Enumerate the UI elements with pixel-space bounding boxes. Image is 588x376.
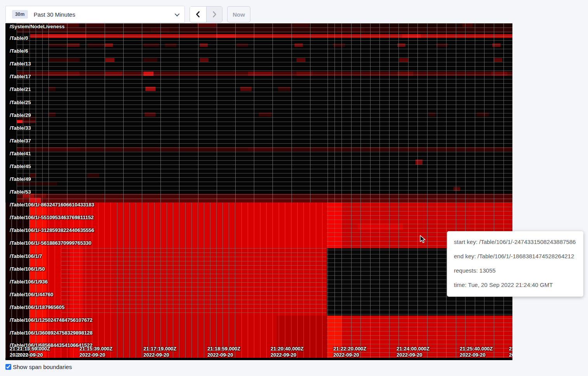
show-span-boundaries-checkbox[interactable] bbox=[5, 364, 11, 370]
heatmap-cell[interactable] bbox=[295, 43, 303, 47]
row-label: /Table/106/1/-561886370999765330 bbox=[10, 240, 91, 246]
heatmap-cell[interactable] bbox=[259, 112, 272, 117]
row-label: /Table/6 bbox=[10, 48, 28, 54]
heatmap-cell[interactable] bbox=[428, 112, 435, 117]
heatmap-cell[interactable] bbox=[48, 112, 55, 117]
time-range-label: Past 30 Minutes bbox=[34, 11, 76, 18]
row-label: /Table/37 bbox=[10, 138, 31, 144]
heatmap-cell[interactable] bbox=[240, 87, 252, 91]
heatmap-cell[interactable] bbox=[248, 147, 272, 151]
heatmap-cell[interactable] bbox=[87, 173, 99, 177]
row-label: /Table/106/1/3608924758329898128 bbox=[10, 330, 93, 336]
heatmap-cell[interactable] bbox=[477, 112, 489, 117]
heatmap-cell[interactable] bbox=[48, 58, 79, 62]
time-pager bbox=[190, 6, 222, 22]
heatmap-cell[interactable] bbox=[145, 87, 155, 91]
row-label: /Table/49 bbox=[10, 176, 31, 182]
heatmap-cell[interactable] bbox=[216, 34, 235, 38]
row-label: /Table/106/1/-8632471606610433183 bbox=[10, 202, 94, 208]
back-button[interactable] bbox=[190, 7, 207, 22]
x-axis-label: 21:15:39.000Z2022-09-20 bbox=[79, 346, 112, 358]
heatmap-cell[interactable] bbox=[17, 194, 512, 198]
heatmap-cell[interactable] bbox=[358, 223, 403, 230]
x-axis-label: 21:25:40.000Z2022-09-20 bbox=[460, 346, 493, 358]
heatmap-cell[interactable] bbox=[143, 58, 157, 62]
heatmap-cell[interactable] bbox=[86, 23, 104, 27]
heatmap-cell[interactable] bbox=[297, 72, 312, 76]
row-label: /Table/106/1/-5510953463769811152 bbox=[10, 215, 94, 220]
x-axis-label: 21:24:00.000Z2022-09-20 bbox=[397, 346, 429, 358]
row-label: /Table/33 bbox=[10, 125, 31, 131]
heatmap-cell[interactable] bbox=[416, 160, 422, 165]
heatmap-cell[interactable] bbox=[492, 43, 500, 47]
heatmap-cell[interactable] bbox=[165, 43, 176, 47]
cell-tooltip: start key: /Table/106/1/-247433150824388… bbox=[447, 231, 583, 297]
heatmap-cell[interactable] bbox=[17, 27, 512, 33]
heatmap-cell[interactable] bbox=[297, 58, 305, 62]
heatmap-cell[interactable] bbox=[61, 248, 327, 316]
heatmap-cell[interactable] bbox=[462, 23, 472, 27]
heatmap-cell[interactable] bbox=[34, 194, 46, 198]
row-label: /Table/106/1/187965605 bbox=[10, 304, 64, 310]
heatmap[interactable]: /System/NodeLiveness/Table/0/Table/6/Tab… bbox=[5, 23, 512, 360]
heatmap-cell[interactable] bbox=[436, 43, 448, 47]
heatmap-cell[interactable] bbox=[105, 43, 113, 47]
row-label: /Table/106/1/1250247484756107672 bbox=[10, 317, 93, 323]
heatmap-cell[interactable] bbox=[17, 182, 57, 185]
heatmap-cell[interactable] bbox=[236, 43, 248, 47]
row-label: /Table/45 bbox=[10, 163, 31, 169]
heatmap-cell[interactable] bbox=[333, 43, 345, 47]
heatmap-cell[interactable] bbox=[145, 112, 155, 117]
row-label: /Table/13 bbox=[10, 61, 31, 67]
tooltip-start-key: start key: /Table/106/1/-247433150824388… bbox=[454, 235, 577, 249]
heatmap-cell[interactable] bbox=[143, 72, 153, 76]
heatmap-cell[interactable] bbox=[17, 120, 22, 123]
heatmap-cell[interactable] bbox=[48, 34, 86, 38]
x-axis-label: 21:17:19.000Z2022-09-20 bbox=[143, 346, 176, 358]
heatmap-cell[interactable] bbox=[402, 34, 421, 38]
forward-button[interactable] bbox=[207, 7, 222, 22]
heatmap-cell[interactable] bbox=[278, 87, 290, 91]
row-label: /Table/41 bbox=[10, 151, 31, 156]
row-label: /Table/53 bbox=[10, 189, 31, 195]
heatmap-cell[interactable] bbox=[105, 72, 122, 76]
row-label: /Table/0 bbox=[10, 35, 28, 41]
heatmap-cell[interactable] bbox=[197, 23, 216, 27]
heatmap-cell[interactable] bbox=[493, 58, 502, 62]
row-label: /Table/21 bbox=[10, 86, 31, 92]
heatmap-cell[interactable] bbox=[399, 58, 408, 62]
now-button[interactable]: Now bbox=[227, 6, 250, 22]
heatmap-cell[interactable] bbox=[67, 43, 79, 47]
heatmap-cell[interactable] bbox=[48, 147, 80, 151]
row-label: /Table/106/1/7 bbox=[10, 253, 42, 259]
heatmap-cell[interactable] bbox=[337, 27, 365, 33]
heatmap-cell[interactable] bbox=[143, 43, 159, 47]
tooltip-time: time: Tue, 20 Sep 2022 21:24:40 GMT bbox=[454, 278, 577, 292]
heatmap-cell[interactable] bbox=[454, 187, 460, 191]
heatmap-cell[interactable] bbox=[397, 43, 405, 47]
row-label: /Table/25 bbox=[10, 100, 31, 105]
heatmap-cell[interactable] bbox=[105, 58, 114, 62]
x-axis-label: 21:18:59.000Z2022-09-20 bbox=[207, 346, 240, 358]
heatmap-cell[interactable] bbox=[22, 120, 35, 123]
time-range-badge: 30m bbox=[12, 10, 28, 19]
chevron-left-icon bbox=[195, 11, 201, 18]
heatmap-cell[interactable] bbox=[491, 72, 507, 76]
heatmap-cell[interactable] bbox=[66, 23, 79, 27]
heatmap-cell[interactable] bbox=[290, 23, 309, 27]
tooltip-requests: requests: 13055 bbox=[454, 263, 577, 278]
heatmap-cell[interactable] bbox=[48, 87, 55, 91]
heatmap-cell[interactable] bbox=[30, 34, 512, 38]
heatmap-cell[interactable] bbox=[87, 43, 105, 47]
heatmap-cell[interactable] bbox=[248, 72, 272, 76]
heatmap-cell[interactable] bbox=[200, 58, 209, 62]
row-label: /System/NodeLiveness bbox=[10, 24, 65, 29]
time-range-dropdown[interactable]: 30m Past 30 Minutes bbox=[5, 6, 185, 23]
heatmap-cell[interactable] bbox=[48, 72, 79, 76]
heatmap-cell[interactable] bbox=[328, 203, 341, 248]
heatmap-cell[interactable] bbox=[200, 43, 208, 47]
chevron-down-icon bbox=[175, 11, 180, 16]
heatmap-cell[interactable] bbox=[151, 27, 169, 33]
show-span-boundaries-label: Show span boundaries bbox=[13, 364, 72, 370]
heatmap-cell[interactable] bbox=[397, 72, 413, 76]
